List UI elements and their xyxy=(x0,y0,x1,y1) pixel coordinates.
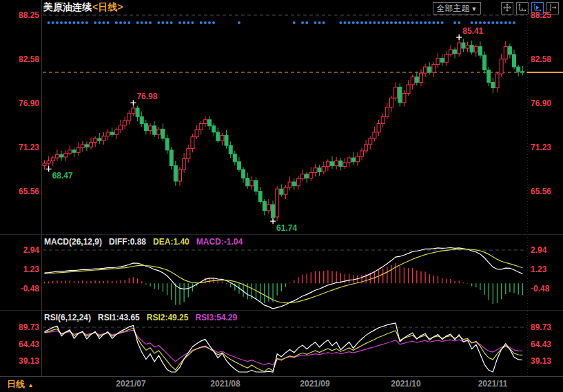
x-axis-label: 2021/08 xyxy=(198,379,253,389)
rsi2-value: RSI2:49.25 xyxy=(147,313,189,322)
signal-dots-layer xyxy=(48,21,515,24)
rsi3-value: RSI3:54.29 xyxy=(195,313,237,322)
macd-tick-left: 2.94 xyxy=(3,246,39,254)
macd-tick-right: -0.48 xyxy=(531,285,549,293)
price-tick-right: 88.25 xyxy=(531,11,551,19)
price-tick-left: 82.58 xyxy=(3,55,39,63)
chart-title: 美原油连续<日线> xyxy=(43,1,123,14)
symbol-name: 美原油连续 xyxy=(43,1,92,12)
macd-diff-value: DIFF:0.88 xyxy=(109,237,146,247)
macd-dea-value: DEA:1.40 xyxy=(153,237,190,247)
macd-value: MACD:-1.04 xyxy=(196,237,243,247)
price-tick-left: 88.25 xyxy=(3,11,39,19)
macd-tick-right: 2.94 xyxy=(531,246,546,254)
price-tick-right: 76.90 xyxy=(531,99,551,107)
caret-down-icon: ▼ xyxy=(471,6,478,12)
themes-dropdown-button[interactable]: 全部主题▼ xyxy=(433,2,481,14)
axis-scale-tool-icon[interactable] xyxy=(516,2,529,14)
chart-canvas[interactable] xyxy=(0,0,563,392)
rsi-tick-left: 39.13 xyxy=(3,357,39,365)
price-annotation-high: 85.41 xyxy=(462,26,483,36)
x-axis-label: 2021/07 xyxy=(103,379,158,389)
price-tick-right: 65.56 xyxy=(531,187,551,196)
rsi-tick-left: 89.73 xyxy=(3,323,39,331)
rsi-layer xyxy=(45,323,523,372)
caret-up-icon: ▲ xyxy=(28,382,34,389)
macd-tick-right: 1.23 xyxy=(531,265,546,274)
x-axis-label: 2021/11 xyxy=(465,379,520,389)
x-axis-label: 2021/09 xyxy=(287,379,342,389)
price-tick-left: 76.90 xyxy=(3,99,39,107)
price-annotation-low: 68.47 xyxy=(52,171,73,180)
period-tag: <日线> xyxy=(92,1,123,12)
macd-layer xyxy=(45,248,523,309)
annotation-markers-layer xyxy=(46,34,462,224)
rsi-tick-right: 39.13 xyxy=(531,357,551,365)
period-tab-label: 日线 xyxy=(7,379,25,389)
period-tab-daily[interactable]: 日线▲ xyxy=(7,378,34,391)
move-tool-icon[interactable] xyxy=(501,2,513,14)
macd-params-label: MACD(26,12,9) xyxy=(44,237,102,247)
price-tick-left: 65.56 xyxy=(3,187,39,196)
price-tick-right: 71.23 xyxy=(531,143,551,152)
rsi-tick-left: 64.43 xyxy=(3,340,39,349)
rsi-params-label: RSI(6,12,24) xyxy=(44,313,91,322)
themes-dropdown-label: 全部主题 xyxy=(437,3,470,13)
chart-window: 美原油连续<日线> 全部主题▼ 88.25 82.58 76.90 71.23 … xyxy=(0,0,563,392)
rsi-tick-right: 89.73 xyxy=(531,323,551,331)
price-annotation-high: 76.98 xyxy=(136,92,157,101)
macd-tick-left: 1.23 xyxy=(3,265,39,274)
rsi1-value: RSI1:43.65 xyxy=(98,313,140,322)
macd-header: MACD(26,12,9)DIFF:0.88DEA:1.40MACD:-1.04 xyxy=(44,237,249,247)
price-tick-left: 71.23 xyxy=(3,143,39,152)
candles-layer xyxy=(43,37,524,221)
macd-tick-left: -0.48 xyxy=(3,285,39,293)
x-axis-label: 2021/10 xyxy=(378,379,433,389)
price-tick-right: 82.58 xyxy=(531,55,551,63)
rsi-tick-right: 64.43 xyxy=(531,340,551,349)
price-annotation-low: 61.74 xyxy=(276,223,297,233)
rsi-header: RSI(6,12,24)RSI1:43.65RSI2:49.25RSI3:54.… xyxy=(44,313,244,322)
